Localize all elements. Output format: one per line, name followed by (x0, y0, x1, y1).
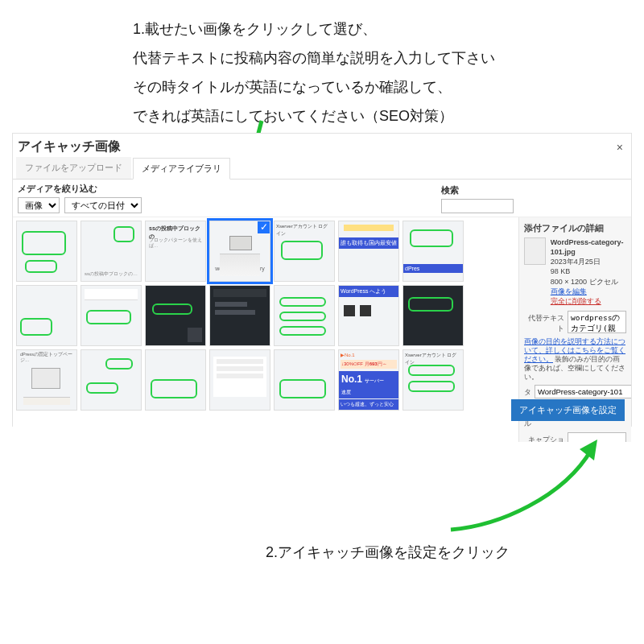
details-thumbnail (524, 237, 546, 265)
media-thumb[interactable]: ssの投稿中ブロックの ブロックパターンを使えば… (145, 221, 206, 282)
close-icon[interactable]: × (617, 141, 623, 154)
media-thumb[interactable]: WordPress へよう (338, 285, 399, 346)
details-filename: WordPress-category-101.jpg (551, 237, 626, 257)
caption-input[interactable] (568, 432, 626, 442)
media-thumb[interactable] (274, 349, 335, 411)
media-thumb[interactable] (209, 349, 270, 411)
media-thumb[interactable] (209, 285, 270, 346)
search-group: 検索 (441, 184, 514, 213)
tab-upload[interactable]: ファイルをアップロード (16, 157, 131, 179)
modal-title: アイキャッチ画像 (18, 138, 121, 155)
media-thumb[interactable]: dPressの固定トップページ… (16, 349, 77, 411)
checkmark-icon: ✓ (258, 221, 270, 233)
arrow-to-set-button (435, 425, 612, 538)
featured-image-modal: アイキャッチ画像 × ファイルをアップロード メディアライブラリ メディアを絞り… (12, 133, 632, 427)
media-thumb[interactable] (16, 285, 77, 346)
search-input[interactable] (441, 199, 514, 213)
media-thumb[interactable] (145, 285, 206, 346)
filter-type-select[interactable]: 画像 (18, 197, 60, 213)
media-thumb[interactable]: 誰も取得も国内最安値 (338, 221, 399, 282)
title-input[interactable] (535, 385, 631, 398)
media-thumb[interactable] (80, 349, 142, 411)
set-featured-image-button[interactable]: アイキャッチ画像を設定 (511, 399, 625, 421)
media-thumb[interactable]: dPres (402, 221, 464, 282)
media-thumb[interactable]: ▶No.1 ↓30%OFF 月693円～ No.1 サーバー速度 いつも超速、ず… (338, 349, 399, 411)
media-thumb[interactable] (402, 285, 464, 346)
filter-label: メディアを絞り込む (18, 183, 142, 195)
media-thumb[interactable] (80, 285, 142, 346)
media-grid[interactable]: ssの投稿中ブロックの… ssの投稿中ブロックの ブロックパターンを使えば… w… (13, 217, 518, 442)
filter-group: メディアを絞り込む 画像 すべての日付 (18, 183, 142, 213)
annot1-l2: 代替テキストに投稿内容の簡単な説明を入力して下さい (133, 50, 495, 66)
annotation-step-2: 2.アイキャッチ画像を設定をクリック (266, 538, 510, 567)
media-thumb[interactable] (274, 285, 335, 346)
media-thumb[interactable]: ssの投稿中ブロックの… (80, 221, 142, 282)
delete-permanently-link[interactable]: 完全に削除する (551, 296, 626, 306)
tab-media-library[interactable]: メディアライブラリ (133, 158, 230, 180)
edit-image-link[interactable]: 画像を編集 (551, 287, 626, 296)
alt-text-help: 画像の目的を説明する方法について、詳しくはこちらをご覧ください。 装飾のみが目的… (524, 337, 626, 382)
alt-text-label: 代替テキスト (524, 311, 564, 334)
alt-text-input[interactable]: wordpressのカテゴリ(親カテゴリ・子カ (568, 311, 626, 333)
details-meta: WordPress-category-101.jpg 2023年4月25日 98… (551, 237, 626, 306)
media-thumb[interactable] (145, 349, 206, 411)
details-heading: 添付ファイルの詳細 (524, 222, 626, 234)
caption-label: キャプション (524, 432, 564, 442)
media-thumb[interactable]: Xserverアカウント ログイン (402, 349, 464, 411)
annot1-l1: 1.載せたい画像をクリックして選び、 (133, 21, 377, 37)
search-label: 検索 (441, 184, 514, 196)
details-filesize: 98 KB (551, 266, 626, 276)
annot1-l3: その時タイトルが英語になっているか確認して、 (133, 79, 452, 95)
svg-marker-1 (580, 440, 597, 460)
media-thumb[interactable] (16, 221, 77, 282)
media-thumb[interactable]: Xserverアカウント ログイン (274, 221, 335, 282)
details-date: 2023年4月25日 (551, 257, 626, 266)
details-dimensions: 800 × 1200 ピクセル (551, 277, 626, 287)
annotation-step-1: 1.載せたい画像をクリックして選び、 代替テキストに投稿内容の簡単な説明を入力し… (133, 14, 616, 130)
filter-date-select[interactable]: すべての日付 (64, 197, 142, 213)
annot1-l4: できれば英語にしておいてください（SEO対策） (133, 108, 453, 124)
modal-tabs: ファイルをアップロード メディアライブラリ (13, 157, 631, 180)
media-thumb-selected[interactable]: wordpress-category ✓ (209, 221, 270, 282)
